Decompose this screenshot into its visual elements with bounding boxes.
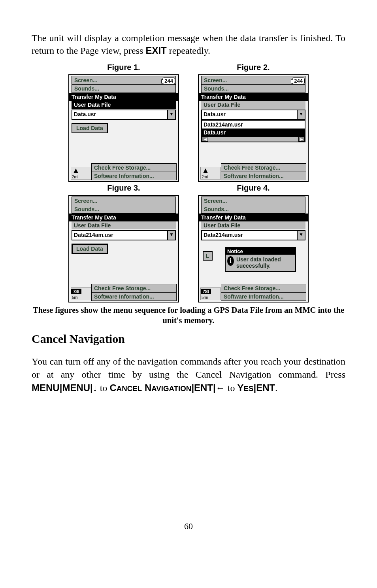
menu-screen[interactable]: Screen... bbox=[72, 76, 176, 85]
street-icon: 7St bbox=[201, 289, 211, 294]
chevron-down-icon[interactable]: ▼ bbox=[167, 231, 175, 240]
chevron-down-icon[interactable]: ▼ bbox=[167, 110, 175, 119]
figures-container: Figure 1. Screen... Sounds... Transfer M… bbox=[32, 63, 345, 303]
file-dropdown[interactable]: Data214am.usr ▼ bbox=[72, 230, 176, 240]
menu-check-storage[interactable]: Check Free Storage... bbox=[221, 284, 306, 293]
transfer-title: Transfer My Data bbox=[69, 214, 178, 221]
file-dropdown[interactable]: Data.usr ▼ bbox=[72, 110, 176, 120]
figure1-title: Figure 1. bbox=[68, 63, 179, 72]
figure2-panel: Screen... Sounds... Transfer My Data Use… bbox=[198, 74, 309, 182]
load-data-button[interactable]: Load Data bbox=[72, 123, 108, 133]
notice-dialog: Notice i User data loaded successfully. bbox=[225, 247, 296, 272]
dropdown-open-list[interactable]: Data214am.usr Data.usr ◀ ▶ bbox=[201, 120, 305, 142]
badge-indicator: 244 bbox=[162, 78, 175, 84]
map-scale: 5mi bbox=[202, 295, 208, 300]
map-thumbnail: 2mi bbox=[71, 167, 91, 180]
to-word: to bbox=[98, 383, 110, 393]
user-data-file-label: User Data File bbox=[72, 101, 176, 109]
menu-check-storage[interactable]: Check Free Storage... bbox=[91, 163, 177, 172]
arrow-left-icon: ← bbox=[216, 382, 225, 393]
figure4-title: Figure 4. bbox=[198, 183, 309, 193]
dropdown-value: Data214am.usr bbox=[72, 231, 167, 240]
intro-paragraph: The unit will display a completion messa… bbox=[32, 32, 345, 57]
map-thumbnail: 2mi bbox=[200, 167, 221, 180]
transfer-title: Transfer My Data bbox=[199, 214, 308, 221]
cancel-nav-text: You can turn off any of the navigation c… bbox=[32, 356, 345, 380]
menu-sounds[interactable]: Sounds... bbox=[72, 85, 176, 93]
map-scale: 2mi bbox=[202, 175, 208, 179]
figure4-panel: Screen... Sounds... Transfer My Data Use… bbox=[198, 195, 309, 303]
figure3-panel: Screen... Sounds... Transfer My Data Use… bbox=[68, 195, 179, 303]
notice-text: User data loaded successfully. bbox=[236, 256, 293, 269]
street-icon: 7St bbox=[71, 289, 81, 294]
notice-title: Notice bbox=[226, 248, 295, 255]
dropdown-value: Data214am.usr bbox=[202, 231, 297, 240]
chevron-down-icon[interactable]: ▼ bbox=[297, 231, 305, 240]
menu-check-storage[interactable]: Check Free Storage... bbox=[91, 284, 177, 293]
yes-word: YES bbox=[237, 382, 253, 393]
cancel-navigation-paragraph: You can turn off any of the navigation c… bbox=[32, 355, 345, 395]
period: . bbox=[275, 383, 277, 393]
cancel-navigation-heading: Cancel Navigation bbox=[32, 332, 345, 346]
figures-caption: These figures show the menu sequence for… bbox=[32, 305, 345, 326]
menu-key: MENU bbox=[32, 382, 60, 393]
user-data-file-label: User Data File bbox=[72, 221, 176, 229]
map-scale: 5mi bbox=[72, 295, 78, 300]
figure1-panel: Screen... Sounds... Transfer My Data Use… bbox=[68, 74, 179, 182]
pipe: | bbox=[213, 382, 216, 393]
user-data-file-label: User Data File bbox=[201, 221, 305, 229]
menu-screen[interactable]: Screen... bbox=[201, 197, 305, 205]
map-thumbnail: 7St 5mi bbox=[200, 287, 221, 300]
menu-software-info[interactable]: Software Information... bbox=[91, 293, 177, 301]
figure3-title: Figure 3. bbox=[68, 183, 179, 193]
arrow-down-icon: ↓ bbox=[93, 382, 98, 393]
transfer-title: Transfer My Data bbox=[69, 93, 178, 101]
dropdown-option[interactable]: Data214am.usr bbox=[202, 121, 305, 129]
menu-sounds[interactable]: Sounds... bbox=[201, 205, 305, 214]
ent-key: ENT bbox=[256, 382, 275, 393]
figure2-title: Figure 2. bbox=[198, 63, 309, 72]
file-dropdown[interactable]: Data.usr ▼ bbox=[201, 110, 305, 120]
menu-software-info[interactable]: Software Information... bbox=[221, 172, 306, 180]
cursor-icon bbox=[203, 168, 208, 173]
cursor-icon bbox=[74, 168, 78, 173]
dropdown-value: Data.usr bbox=[202, 110, 297, 119]
menu-sounds[interactable]: Sounds... bbox=[201, 85, 305, 93]
menu-software-info[interactable]: Software Information... bbox=[221, 293, 306, 301]
chevron-down-icon[interactable]: ▼ bbox=[297, 110, 305, 119]
load-button-behind: L bbox=[203, 251, 213, 261]
pipe: | bbox=[90, 382, 93, 393]
intro-post: repeatedly. bbox=[167, 45, 210, 56]
menu-software-info[interactable]: Software Information... bbox=[91, 172, 177, 180]
map-scale: 2mi bbox=[72, 175, 78, 179]
dropdown-value: Data.usr bbox=[72, 110, 167, 119]
dropdown-option-selected[interactable]: Data.usr bbox=[202, 129, 305, 136]
map-thumbnail: 7St 5mi bbox=[71, 287, 91, 300]
load-data-button[interactable]: Load Data bbox=[72, 244, 108, 254]
page-number: 60 bbox=[32, 521, 345, 531]
badge-indicator: 244 bbox=[292, 78, 305, 84]
transfer-title: Transfer My Data bbox=[199, 93, 308, 101]
scroll-left-icon[interactable]: ◀ bbox=[202, 137, 208, 142]
menu-screen[interactable]: Screen... bbox=[72, 197, 176, 205]
menu-screen[interactable]: Screen... bbox=[201, 76, 305, 85]
info-icon: i bbox=[227, 256, 234, 266]
cancel-word: CANCEL NAVIGATION bbox=[109, 382, 191, 393]
menu-check-storage[interactable]: Check Free Storage... bbox=[221, 163, 306, 172]
dropdown-scrollbar[interactable]: ◀ ▶ bbox=[202, 136, 305, 142]
ent-key: ENT bbox=[194, 382, 213, 393]
menu-sounds[interactable]: Sounds... bbox=[72, 205, 176, 214]
scroll-right-icon[interactable]: ▶ bbox=[298, 137, 305, 142]
user-data-file-label: User Data File bbox=[201, 101, 305, 109]
file-dropdown[interactable]: Data214am.usr ▼ bbox=[201, 230, 305, 240]
menu-key: MENU bbox=[62, 382, 90, 393]
to-word: to bbox=[225, 383, 238, 393]
exit-key: EXIT bbox=[145, 45, 166, 56]
